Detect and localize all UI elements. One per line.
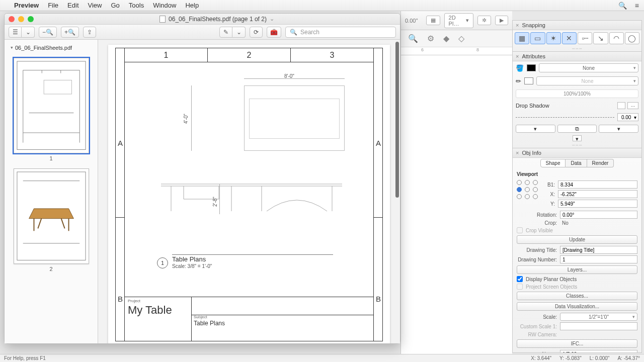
markup-pen-button[interactable]: ✎	[219, 27, 232, 38]
snap-angle-icon[interactable]: ✶	[546, 32, 561, 44]
snap-intersect-icon[interactable]: ✕	[562, 32, 577, 44]
reference-point-grid[interactable]	[517, 180, 539, 199]
thumbnail-2[interactable]	[14, 168, 89, 264]
sidebar-dropdown-button[interactable]: ⌄	[22, 27, 35, 38]
scale-dropdown[interactable]: 1/2"=1'0"	[560, 313, 637, 321]
shadow-options-button[interactable]: …	[627, 102, 638, 109]
page-view[interactable]: 1 2 3 A B A B	[98, 40, 400, 343]
pen-icon[interactable]: ✏	[516, 77, 521, 85]
search-field[interactable]: 🔍 Search	[285, 27, 396, 38]
menu-help[interactable]: Help	[185, 2, 199, 9]
opacity-readout[interactable]: 100%/100%	[516, 89, 638, 98]
menu-edit[interactable]: Edit	[67, 2, 78, 9]
magnifier-icon[interactable]: 🔍	[408, 34, 418, 43]
rotate-button[interactable]: ⟳	[250, 27, 263, 38]
custom-scale-input	[560, 322, 637, 330]
snap-grid-icon[interactable]: ▦	[515, 32, 529, 44]
rotation-input[interactable]	[560, 211, 637, 219]
vw-mode-bar: 🔍 ⚙ ◆ ◇	[401, 30, 512, 47]
drawing-title-input[interactable]	[560, 246, 637, 254]
callout-title: Table Plans	[172, 255, 206, 263]
gear-icon[interactable]: ⚙	[427, 34, 434, 43]
fill-bucket-icon[interactable]: 🪣	[516, 64, 524, 72]
window-titlebar[interactable]: 06_06_FinalSheets.pdf (page 1 of 2) ⌄	[5, 14, 400, 25]
ifc-button[interactable]: IFC...	[517, 339, 637, 348]
layers-button[interactable]: Layers...	[517, 265, 637, 274]
objinfo-title: Obj Info	[522, 150, 541, 156]
thumbnail-sidebar[interactable]: 06_06_FinalSheets.pdf 1	[5, 40, 98, 343]
palette-grip[interactable]: ┄┄┄	[513, 143, 641, 148]
markup-dropdown-button[interactable]: ⌄	[232, 27, 246, 38]
markup-toolbar-button[interactable]: 🧰	[267, 27, 281, 38]
row-b-right: B	[376, 295, 381, 303]
objinfo-palette: ×Obj Info Shape Data Render Viewport B1:…	[512, 148, 642, 353]
pen-mode-dropdown[interactable]: None	[536, 76, 638, 85]
shadow-toggle[interactable]	[617, 102, 625, 109]
dataviz-button[interactable]: Data Visualization...	[517, 302, 637, 311]
fill-mode-dropdown[interactable]: None	[539, 63, 638, 72]
tab-render[interactable]: Render	[587, 159, 614, 167]
diamond2-icon[interactable]: ◇	[458, 34, 464, 43]
col-3: 3	[291, 48, 373, 62]
palette-grip[interactable]: ┄┄┄	[513, 46, 641, 51]
drawing-number-input[interactable]	[560, 255, 637, 263]
spotlight-icon[interactable]: 🔍	[618, 2, 627, 10]
vw-render-button[interactable]: ✲	[477, 16, 491, 25]
minimize-button[interactable]	[18, 16, 24, 22]
classes-button[interactable]: Classes...	[517, 292, 637, 300]
status-l: L: 0.000"	[590, 355, 610, 361]
pen-swatch[interactable]	[524, 77, 533, 84]
snap-object-icon[interactable]: ▭	[530, 32, 545, 44]
menu-window[interactable]: Window	[153, 2, 176, 9]
display-planar-checkbox[interactable]	[517, 276, 523, 282]
svg-rect-0	[17, 61, 85, 150]
b1-input[interactable]	[558, 180, 637, 189]
menu-file[interactable]: File	[48, 2, 58, 9]
preview-toolbar: ☰ ⌄ −🔍 +🔍 ⇪ ✎ ⌄ ⟳ 🧰 🔍 Search	[5, 25, 400, 40]
x-input[interactable]	[558, 190, 637, 198]
sidebar-doc-title[interactable]: 06_06_FinalSheets.pdf	[10, 43, 93, 55]
zoom-in-button[interactable]: +🔍	[61, 27, 79, 38]
snapping-close-icon[interactable]: ×	[516, 22, 519, 28]
y-input[interactable]	[558, 200, 637, 208]
svg-marker-11	[29, 209, 73, 219]
crop-visible-checkbox	[517, 227, 523, 233]
snap-working-plane-icon[interactable]: ◯	[625, 32, 639, 44]
snap-tangent-icon[interactable]: ◠	[609, 32, 624, 44]
sidebar-toggle-button[interactable]: ☰	[9, 27, 22, 38]
update-button[interactable]: Update	[517, 235, 637, 244]
snap-smartpoint-icon[interactable]: ▫┄	[578, 32, 592, 44]
vw-next-button[interactable]: ▶	[495, 16, 508, 25]
arrow-start-dropdown[interactable]: ▾	[516, 125, 555, 133]
shadow-offset-input[interactable]	[617, 113, 638, 121]
subject-label: Subject	[194, 315, 207, 319]
objinfo-close-icon[interactable]: ×	[516, 150, 519, 156]
app-name[interactable]: Preview	[14, 2, 39, 9]
attributes-close-icon[interactable]: ×	[516, 53, 519, 59]
vw-plane-button[interactable]: ▦	[426, 16, 440, 25]
tab-data[interactable]: Data	[566, 159, 587, 167]
snap-edge-icon[interactable]: ↘	[593, 32, 608, 44]
attr-expand-button[interactable]: ▾	[573, 135, 582, 141]
menu-tools[interactable]: Tools	[129, 2, 144, 9]
diamond-icon[interactable]: ◆	[443, 34, 449, 43]
name-input[interactable]	[560, 350, 637, 352]
zoom-button[interactable]	[28, 16, 34, 22]
share-button[interactable]: ⇪	[83, 27, 96, 38]
link-icon[interactable]: ⧉	[557, 125, 597, 133]
menu-go[interactable]: Go	[111, 2, 119, 9]
fill-swatch[interactable]	[527, 64, 536, 71]
zoom-out-button[interactable]: −🔍	[39, 27, 57, 38]
vw-canvas[interactable]	[401, 55, 512, 356]
close-button[interactable]	[9, 16, 15, 22]
vertical-scrollbar[interactable]	[395, 42, 399, 198]
thumbnail-1[interactable]	[14, 58, 89, 153]
title-dropdown-icon[interactable]: ⌄	[270, 16, 274, 22]
menu-extras-icon[interactable]: ≡	[635, 2, 639, 10]
vw-view-dropdown[interactable]: 2D Pl… ▾	[444, 13, 473, 28]
arrow-end-dropdown[interactable]: ▾	[599, 125, 638, 133]
tab-shape[interactable]: Shape	[540, 159, 566, 167]
callout-bubble: 1	[157, 257, 168, 268]
menu-view[interactable]: View	[88, 2, 102, 9]
line-style-preview[interactable]	[516, 117, 614, 118]
